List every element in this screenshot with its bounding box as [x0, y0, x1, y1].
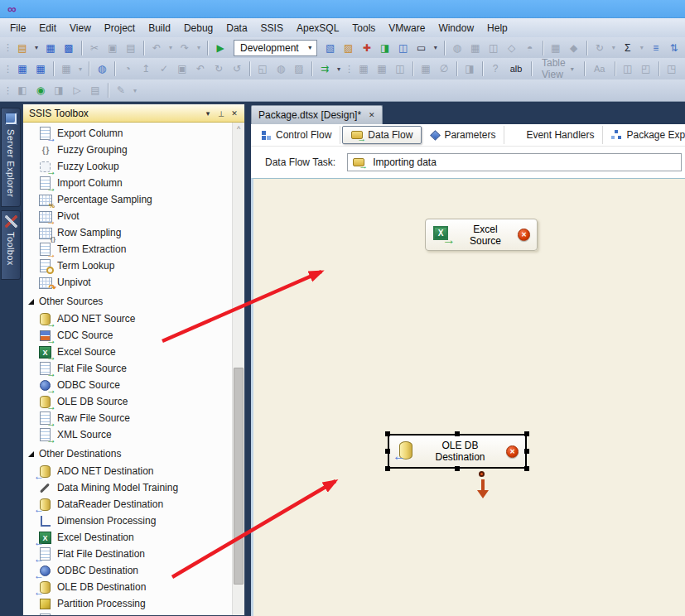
sort-az-icon[interactable]: ⇅ [666, 40, 683, 56]
close-icon[interactable]: ✕ [369, 111, 375, 119]
configuration-combobox[interactable]: Development ▾ [234, 40, 317, 56]
step-icon[interactable]: ▷ [69, 82, 85, 99]
toolbox-item[interactable]: ODBC Destination [23, 562, 231, 579]
toolbox-item[interactable]: XML Source [23, 426, 231, 443]
cube-icon[interactable]: ◆ [566, 40, 582, 56]
customize-icon[interactable]: ✚ [359, 40, 375, 56]
toolbox-item[interactable]: ADO NET Source [23, 310, 231, 327]
menu-item[interactable]: Project [98, 21, 142, 36]
report-icon[interactable]: ◫ [485, 40, 502, 56]
menu-item[interactable]: Tools [345, 21, 382, 36]
db-history-icon[interactable]: ◔ [119, 60, 136, 77]
toolbox-item[interactable]: Excel Source [23, 344, 231, 360]
undo-icon[interactable]: ↶ [148, 40, 165, 56]
layout4-icon[interactable]: ◱ [682, 60, 685, 77]
designer-view-tab[interactable]: Data Flow [342, 126, 422, 144]
db-deploy-icon[interactable]: ↥ [137, 60, 154, 77]
pin-icon[interactable]: ⊤ [215, 109, 228, 118]
menu-item[interactable]: Help [480, 21, 514, 36]
db-refresh-icon[interactable]: ↻ [210, 60, 227, 77]
save-all-icon[interactable]: ▩ [60, 40, 77, 56]
excel-export-icon[interactable]: ▦ [467, 40, 484, 56]
document-tab-package-dtsx[interactable]: Package.dtsx [Design]* ✕ [251, 105, 383, 124]
menu-item[interactable]: File [3, 21, 32, 36]
toolbox-scrollbar[interactable]: ^ [232, 123, 244, 615]
scrollbar-thumb[interactable] [234, 368, 244, 585]
toolbox-item[interactable]: Raw File Source [23, 410, 231, 426]
sidebar-tab-server-explorer[interactable]: Server Explorer [1, 108, 21, 207]
grid-format-icon[interactable]: ▦ [14, 60, 31, 77]
toolbox-item[interactable]: Flat File Source [23, 360, 231, 377]
table-view-dropdown[interactable]: Table View ▾ [538, 60, 577, 77]
diagram-icon[interactable]: ◇ [504, 40, 520, 56]
redo-icon[interactable]: ↷ [176, 40, 193, 56]
toolbox-item[interactable]: DataReader Destination [23, 496, 231, 513]
toolbox-item[interactable]: ADO NET Destination [23, 463, 231, 479]
toolbox-item[interactable]: Row Sampling [23, 224, 231, 241]
toolbox-item[interactable]: Fuzzy Grouping [23, 142, 231, 158]
refresh-window-icon[interactable]: ↺ [229, 60, 245, 77]
component-excel-source[interactable]: X → Excel Source ✕ [425, 219, 538, 251]
menu-item[interactable]: Data [219, 21, 253, 36]
layout-v-icon[interactable]: ◰ [638, 60, 654, 77]
toolbox-item[interactable]: Flat File Destination [23, 546, 231, 562]
layers-icon[interactable]: ≡ [648, 40, 664, 56]
save-icon[interactable]: ▦ [42, 40, 59, 56]
start-debug-icon[interactable]: ▶ [212, 40, 229, 56]
copy-package-icon[interactable]: ▤ [87, 82, 104, 99]
toolbox-item[interactable]: Percentage Sampling [23, 191, 231, 208]
designer-view-tab[interactable]: Control Flow [253, 126, 340, 144]
layout3-icon[interactable]: ◳ [663, 60, 680, 77]
menu-item[interactable]: VMware [382, 21, 432, 36]
schema-compare-icon[interactable]: ◫ [395, 40, 412, 56]
export-step-icon[interactable]: ◨ [51, 82, 67, 99]
toolbox-group-other-sources[interactable]: Other Sources [23, 292, 244, 310]
solution-explorer-icon[interactable]: ▧ [322, 40, 339, 56]
manage-icon[interactable]: ◨ [461, 60, 478, 77]
sync-icon[interactable]: ⇉ [316, 60, 333, 77]
command-window-icon[interactable]: ▭ [413, 40, 430, 56]
toolbox-item[interactable]: Term Extraction [23, 241, 231, 257]
edit-script-icon[interactable]: ▣ [174, 60, 191, 77]
toolbox-item[interactable]: Fuzzy Lookup [23, 158, 231, 175]
menu-item[interactable]: Debug [177, 21, 219, 36]
designer-view-tab[interactable]: Package Explorer [603, 126, 685, 144]
toolbox-item[interactable]: CDC Source [23, 327, 231, 344]
designer-view-tab[interactable]: Parameters [423, 126, 504, 144]
no-edit-icon[interactable]: ∅ [436, 60, 452, 77]
cut-icon[interactable]: ✂ [86, 40, 103, 56]
menu-item[interactable]: Edit [32, 21, 63, 36]
toolbox-item[interactable]: Excel Destination [23, 529, 231, 546]
export-data-icon[interactable]: ◨ [377, 40, 393, 56]
toolbox-item[interactable]: Term Lookup [23, 257, 231, 274]
refresh-icon[interactable]: ↻ [591, 40, 608, 56]
import-step-icon[interactable]: ◧ [14, 82, 31, 99]
table-icon[interactable]: ▦ [548, 40, 564, 56]
close-icon[interactable]: ✕ [228, 109, 241, 118]
layout-h-icon[interactable]: ◫ [620, 60, 636, 77]
configure-icon[interactable]: ✎ [113, 82, 129, 99]
users-icon[interactable]: ◓ [522, 40, 538, 56]
add-relation-icon[interactable]: ◫ [392, 60, 408, 77]
menu-item[interactable]: Build [142, 21, 177, 36]
scroll-up-arrow-icon[interactable]: ^ [233, 123, 244, 136]
paste-icon[interactable]: ▤ [123, 40, 139, 56]
help-icon[interactable]: ? [487, 60, 504, 77]
toolbox-item[interactable]: OLE DB Destination [23, 579, 231, 595]
process-icon[interactable]: ◉ [32, 82, 49, 99]
revert-icon[interactable]: ↶ [192, 60, 209, 77]
add-view-icon[interactable]: ▦ [374, 60, 390, 77]
grid-format2-icon[interactable]: ▦ [32, 60, 49, 77]
database-icon[interactable]: ◍ [449, 40, 466, 56]
copy-icon[interactable]: ▣ [104, 40, 121, 56]
toolbox-item[interactable]: Dimension Processing [23, 513, 231, 529]
menu-item[interactable]: ApexSQL [290, 21, 345, 36]
menu-item[interactable]: View [63, 21, 98, 36]
database2-icon[interactable]: ◍ [94, 60, 110, 77]
toolbox-group-other-destinations[interactable]: Other Destinations [23, 445, 244, 463]
new-project-icon[interactable]: ▤ [14, 40, 31, 56]
grid-format3-icon[interactable]: ▦ [58, 60, 75, 77]
toolbox-item[interactable]: ODBC Source [23, 377, 231, 393]
validate-icon[interactable]: ✓ [156, 60, 172, 77]
menu-item[interactable]: SSIS [254, 21, 290, 36]
